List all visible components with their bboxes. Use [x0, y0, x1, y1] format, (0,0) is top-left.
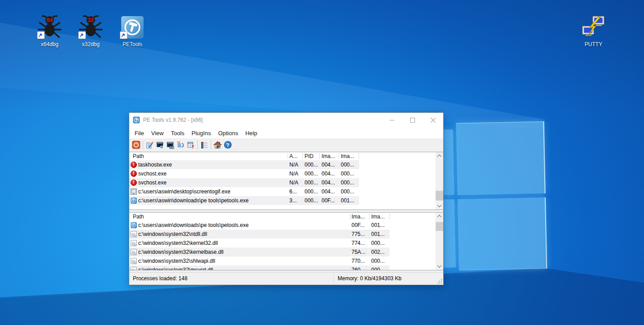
about-icon[interactable]: ?: [223, 140, 233, 150]
status-memory: Memory: 0 Kb/4194303 Kb: [338, 275, 402, 282]
desktop-icon-x64dbg[interactable]: 64 x64dbg: [30, 15, 69, 47]
scroll-up-icon[interactable]: [436, 213, 443, 220]
table-row[interactable]: c:\windows\system32\kernel32.dll 774... …: [129, 239, 443, 248]
table-row[interactable]: c:\windows\system32\msvcrt.dll 760... 00…: [129, 265, 443, 270]
row-imagebase: 75A...: [352, 249, 365, 255]
row-imagebase: 760...: [352, 267, 365, 270]
table-row[interactable]: taskhostw.exe N/A 000... 004... 000...: [129, 160, 443, 169]
process-list-header[interactable]: Path A... PID Ima... Ima...: [129, 152, 443, 160]
column-header-access[interactable]: A...: [289, 153, 297, 159]
process-scrollbar[interactable]: [436, 152, 443, 210]
scroll-down-icon[interactable]: [436, 262, 443, 270]
window-title: PE Tools v1.9.762 - [x86]: [143, 117, 203, 123]
row-imagebase: 004...: [322, 171, 335, 177]
table-row[interactable]: svchost.exe N/A 000... 004... 000...: [129, 169, 443, 178]
table-row[interactable]: c:\windows\system32\ntdll.dll 775... 001…: [129, 230, 443, 239]
toolbar: EC ?: [129, 138, 443, 151]
row-access: N/A: [289, 162, 298, 168]
row-imagesize: 002...: [371, 249, 385, 255]
module-rows: c:\users\aswin\downloads\pe tools\petool…: [129, 221, 443, 270]
row-imagebase: 774...: [352, 240, 365, 246]
column-header-imagebase[interactable]: Ima...: [352, 214, 365, 220]
maximize-button[interactable]: [402, 113, 423, 128]
error-icon: [131, 171, 137, 177]
status-bar: Processes loaded: 148 Memory: 0 Kb/41943…: [129, 272, 443, 285]
row-imagebase: 00F...: [322, 197, 335, 204]
home-icon[interactable]: [212, 140, 223, 150]
row-pid: 000...: [305, 171, 318, 177]
table-row[interactable]: c:\windows\system32\kernelbase.dll 75A..…: [129, 248, 443, 257]
row-imagebase: 770...: [352, 258, 365, 264]
column-header-path[interactable]: Path: [133, 214, 144, 220]
putty-icon: [581, 15, 606, 40]
row-access: N/A: [289, 171, 298, 177]
table-row[interactable]: svchost.exe N/A 000... 004... 000...: [129, 178, 443, 187]
row-path: c:\windows\system32\kernel32.dll: [138, 240, 218, 246]
menu-plugins[interactable]: PlugIns: [188, 129, 214, 137]
desktop-icon-putty[interactable]: PUTTY: [574, 15, 613, 47]
scrollbar-thumb[interactable]: [436, 191, 443, 201]
desktop-icon-label: x32dbg: [71, 41, 110, 47]
scroll-down-icon[interactable]: [436, 202, 443, 210]
table-row[interactable]: c:\users\aswin\downloads\pe tools\petool…: [129, 196, 443, 205]
options-icon[interactable]: [199, 140, 209, 150]
petools-window: PE Tools v1.9.762 - [x86] File View Tool…: [129, 112, 444, 285]
bug-badge: 64: [37, 17, 62, 23]
dll-icon: [131, 231, 137, 237]
dump-region-icon[interactable]: [165, 140, 175, 150]
dll-icon: [131, 249, 137, 255]
menu-view[interactable]: View: [148, 129, 167, 137]
toolbar-separator: [143, 141, 143, 150]
resize-grip[interactable]: [441, 282, 442, 283]
column-header-path[interactable]: Path: [133, 153, 144, 159]
pe-editor-icon[interactable]: [144, 140, 155, 150]
row-imagesize: 000...: [341, 188, 354, 195]
module-scrollbar[interactable]: [436, 213, 443, 270]
column-header-pid[interactable]: PID: [305, 153, 314, 159]
dump-full-icon[interactable]: [155, 140, 165, 150]
screen-icon: [131, 188, 137, 195]
petools-icon: [131, 197, 137, 204]
row-imagebase: 004...: [322, 162, 335, 168]
menu-help[interactable]: Help: [242, 129, 261, 137]
exit-icon[interactable]: [131, 140, 141, 150]
shortcut-arrow-icon: [37, 31, 45, 39]
column-header-imagebase[interactable]: Ima...: [322, 153, 335, 159]
shortcut-arrow-icon: [120, 31, 127, 39]
error-icon: [131, 162, 137, 168]
pe-sniffer-icon[interactable]: ?: [186, 140, 196, 150]
close-button[interactable]: [423, 113, 443, 128]
scrollbar-thumb[interactable]: [436, 222, 443, 231]
row-imagebase: 004...: [322, 188, 335, 195]
svg-text:?: ?: [191, 144, 194, 149]
row-pid: 000...: [305, 188, 318, 195]
row-imagesize: 000...: [371, 240, 385, 246]
row-pid: 000...: [305, 197, 318, 204]
menu-tools[interactable]: Tools: [167, 129, 188, 137]
row-imagebase: 00F...: [352, 222, 364, 228]
column-header-imagesize[interactable]: Ima...: [341, 153, 354, 159]
column-header-imagesize[interactable]: Ima...: [371, 214, 385, 220]
shortcut-arrow-icon: [78, 31, 86, 39]
desktop-icon-x32dbg[interactable]: 32 x32dbg: [71, 15, 110, 47]
table-row[interactable]: c:\users\aswin\desktop\screentogif.exe 6…: [129, 187, 443, 196]
error-icon: [131, 180, 137, 186]
module-list-header[interactable]: Path Ima... Ima...: [129, 213, 443, 221]
desktop-icon-petools[interactable]: PETools: [113, 15, 152, 47]
desktop-icon-label: x64dbg: [30, 41, 69, 47]
windows-logo-pane: [458, 197, 547, 270]
table-row[interactable]: c:\windows\system32\shlwapi.dll 770... 0…: [129, 257, 443, 265]
menu-options[interactable]: Options: [215, 129, 242, 137]
task-viewer-icon[interactable]: EC: [175, 140, 186, 150]
minimize-button[interactable]: [381, 113, 402, 128]
scroll-up-icon[interactable]: [436, 152, 443, 160]
app-icon: [133, 116, 140, 125]
bug-badge: 32: [78, 17, 103, 23]
toolbar-separator: [211, 141, 211, 150]
table-row[interactable]: c:\users\aswin\downloads\pe tools\petool…: [129, 221, 443, 230]
titlebar[interactable]: PE Tools v1.9.762 - [x86]: [129, 113, 443, 128]
menu-file[interactable]: File: [131, 129, 148, 137]
row-path: taskhostw.exe: [138, 162, 172, 168]
windows-logo-pane: [456, 121, 546, 195]
row-access: 3...: [289, 197, 297, 204]
